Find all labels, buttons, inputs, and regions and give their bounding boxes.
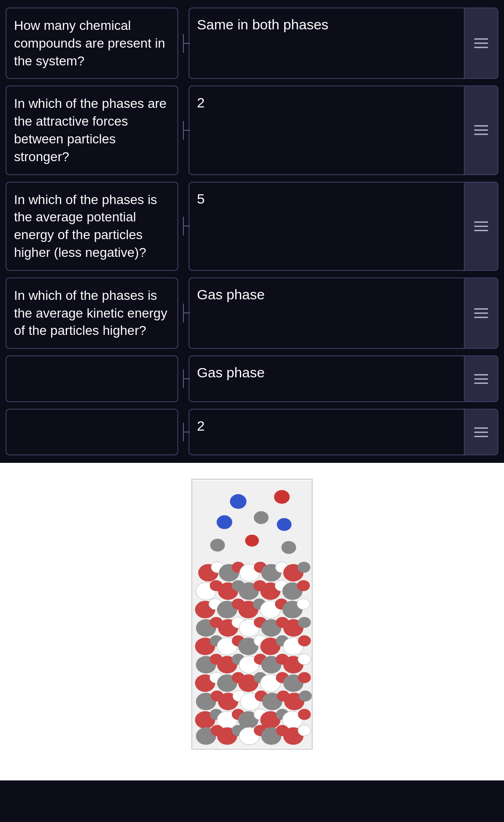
hamburger-icon-5 — [474, 374, 488, 384]
svg-point-108 — [298, 725, 311, 736]
svg-point-98 — [298, 709, 311, 720]
answer-area-1: Same in both phases — [189, 7, 498, 79]
answer-area-2: 2 — [189, 85, 498, 175]
connector-1 — [178, 7, 189, 79]
svg-point-68 — [298, 654, 311, 665]
qa-row-5: Gas phase — [6, 355, 498, 402]
question-1: How many chemical compounds are present … — [6, 7, 178, 79]
svg-point-4 — [217, 515, 232, 529]
hamburger-icon-6 — [474, 427, 488, 437]
svg-point-28 — [297, 580, 310, 591]
svg-point-8 — [281, 541, 296, 554]
answer-area-6: 2 — [189, 409, 498, 455]
svg-point-1 — [230, 494, 246, 509]
answer-4: Gas phase — [189, 277, 465, 349]
question-5 — [6, 355, 178, 402]
question-4: In which of the phases is the average ki… — [6, 277, 178, 349]
svg-point-48 — [298, 617, 311, 628]
molecule-image — [191, 479, 313, 750]
svg-point-2 — [274, 490, 289, 504]
question-6 — [6, 409, 178, 455]
connector-5 — [178, 355, 189, 402]
svg-point-58 — [298, 635, 311, 646]
question-3: In which of the phases is the average po… — [6, 182, 178, 271]
connector-2 — [178, 85, 189, 175]
qa-row-4: In which of the phases is the average ki… — [6, 277, 498, 349]
menu-button-5[interactable] — [465, 355, 498, 402]
hamburger-icon-3 — [474, 221, 488, 231]
menu-button-4[interactable] — [465, 277, 498, 349]
svg-point-18 — [297, 562, 310, 573]
menu-button-6[interactable] — [465, 409, 498, 455]
connector-4 — [178, 277, 189, 349]
menu-button-2[interactable] — [465, 85, 498, 175]
menu-button-1[interactable] — [465, 7, 498, 79]
svg-point-5 — [277, 518, 292, 531]
qa-row-6: 2 — [6, 409, 498, 455]
answer-5: Gas phase — [189, 355, 465, 402]
svg-point-38 — [297, 599, 310, 610]
svg-point-6 — [210, 539, 225, 552]
menu-button-3[interactable] — [465, 182, 498, 271]
svg-point-88 — [299, 691, 312, 702]
connector-6 — [178, 409, 189, 455]
hamburger-icon-1 — [474, 38, 488, 48]
answer-2: 2 — [189, 85, 465, 175]
answer-3: 5 — [189, 182, 465, 271]
hamburger-icon-4 — [474, 308, 488, 318]
svg-point-3 — [254, 511, 269, 524]
answer-area-5: Gas phase — [189, 355, 498, 402]
answer-1: Same in both phases — [189, 7, 465, 79]
answer-6: 2 — [189, 409, 465, 455]
question-2: In which of the phases are the attractiv… — [6, 85, 178, 175]
qa-row-2: In which of the phases are the attractiv… — [6, 85, 498, 175]
molecule-section — [0, 463, 504, 780]
qa-row-3: In which of the phases is the average po… — [6, 182, 498, 271]
connector-3 — [178, 182, 189, 271]
svg-point-78 — [298, 672, 311, 683]
hamburger-icon-2 — [474, 125, 488, 135]
qa-row-1: How many chemical compounds are present … — [6, 7, 498, 79]
answer-area-3: 5 — [189, 182, 498, 271]
svg-point-7 — [245, 535, 259, 547]
qa-section: How many chemical compounds are present … — [0, 0, 504, 463]
answer-area-4: Gas phase — [189, 277, 498, 349]
